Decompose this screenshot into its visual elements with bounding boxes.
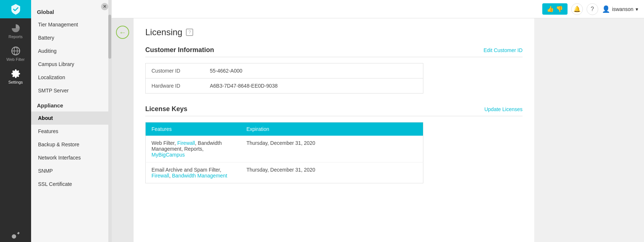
- sidebar-item-campus-library[interactable]: Campus Library: [31, 58, 111, 71]
- topbar: 👍 👎 🔔 ? 👤 iswanson ▾: [112, 0, 644, 18]
- update-licenses-link[interactable]: Update Licenses: [484, 106, 523, 112]
- hardware-id-value: A6B3-7D47-8648-EE0D-9038: [204, 78, 423, 94]
- license-keys-title: License Keys: [145, 105, 187, 113]
- user-menu[interactable]: 👤 iswanson ▾: [602, 5, 638, 13]
- sidebar-item-about[interactable]: About: [31, 111, 111, 125]
- license-expiration-1: Thursday, December 31, 2020: [241, 136, 423, 162]
- sidebar-appliance-title: Appliance: [31, 97, 111, 111]
- back-panel: ←: [112, 18, 134, 242]
- sidebar: ✕ Global Tier Management Battery Auditin…: [31, 0, 112, 242]
- sidebar-close-button[interactable]: ✕: [101, 3, 108, 10]
- page-help-icon[interactable]: ?: [186, 29, 193, 36]
- feedback-button[interactable]: 👍 👎: [542, 3, 567, 15]
- sidebar-item-backup-restore[interactable]: Backup & Restore: [31, 138, 111, 151]
- features-column-header: Features: [146, 122, 241, 136]
- edit-customer-id-link[interactable]: Edit Customer ID: [483, 47, 523, 53]
- customer-info-title: Customer Information: [145, 46, 214, 54]
- sidebar-scrollbar[interactable]: [108, 0, 111, 242]
- customer-info-table: Customer ID 55-4662-A000 Hardware ID A6B…: [145, 63, 423, 94]
- sidebar-item-settings[interactable]: Settings: [0, 64, 31, 87]
- sidebar-global-title: Global: [31, 4, 111, 18]
- right-panel: [534, 18, 644, 242]
- sidebar-item-snmp[interactable]: SNMP: [31, 164, 111, 177]
- sidebar-item-ssl-certificate[interactable]: SSL Certificate: [31, 177, 111, 191]
- main-area: 👍 👎 🔔 ? 👤 iswanson ▾ ← Licensing ?: [112, 0, 644, 242]
- page-title: Licensing ?: [145, 27, 523, 37]
- expiration-column-header: Expiration: [241, 122, 423, 136]
- sidebar-item-reports[interactable]: Reports: [0, 18, 31, 41]
- customer-information-section: Customer Information Edit Customer ID Cu…: [145, 46, 523, 94]
- notifications-icon[interactable]: 🔔: [571, 3, 583, 15]
- table-row: Hardware ID A6B3-7D47-8648-EE0D-9038: [146, 78, 423, 94]
- license-table-header-row: Features Expiration: [146, 122, 423, 136]
- table-row: Customer ID 55-4662-A000: [146, 63, 423, 78]
- sidebar-item-features[interactable]: Features: [31, 125, 111, 138]
- back-button[interactable]: ←: [116, 26, 129, 39]
- sidebar-item-webfilter[interactable]: Web Filter: [0, 41, 31, 64]
- user-icon: 👤: [602, 5, 610, 13]
- license-table: Features Expiration Web Filter, Firewall…: [145, 122, 423, 183]
- customer-id-value: 55-4662-A000: [204, 63, 423, 78]
- sidebar-item-battery[interactable]: Battery: [31, 31, 111, 44]
- app-logo[interactable]: [0, 0, 31, 18]
- username-label: iswanson: [612, 6, 633, 12]
- customer-id-label: Customer ID: [146, 63, 204, 78]
- sidebar-item-network-interfaces[interactable]: Network Interfaces: [31, 151, 111, 164]
- sidebar-item-smtp-server[interactable]: SMTP Server: [31, 84, 111, 97]
- content-area: ← Licensing ? Customer Information Edit …: [112, 18, 644, 242]
- license-expiration-2: Thursday, December 31, 2020: [241, 162, 423, 183]
- license-keys-section: License Keys Update Licenses Features Ex…: [145, 105, 523, 183]
- license-features-1: Web Filter, Firewall, Bandwidth Manageme…: [146, 136, 241, 162]
- icon-bar: Reports Web Filter Settings: [0, 0, 31, 242]
- main-content: Licensing ? Customer Information Edit Cu…: [134, 18, 534, 242]
- sidebar-item-localization[interactable]: Localization: [31, 71, 111, 84]
- sidebar-item-key[interactable]: [0, 225, 31, 242]
- license-row-1: Web Filter, Firewall, Bandwidth Manageme…: [146, 136, 423, 162]
- license-keys-header: License Keys Update Licenses: [145, 105, 523, 116]
- customer-info-header: Customer Information Edit Customer ID: [145, 46, 523, 57]
- sidebar-item-auditing[interactable]: Auditing: [31, 44, 111, 58]
- license-row-2: Email Archive and Spam Filter, Firewall,…: [146, 162, 423, 183]
- hardware-id-label: Hardware ID: [146, 78, 204, 94]
- sidebar-item-tier-management[interactable]: Tier Management: [31, 18, 111, 31]
- help-icon[interactable]: ?: [587, 3, 598, 15]
- license-features-2: Email Archive and Spam Filter, Firewall,…: [146, 162, 241, 183]
- chevron-down-icon: ▾: [636, 6, 638, 12]
